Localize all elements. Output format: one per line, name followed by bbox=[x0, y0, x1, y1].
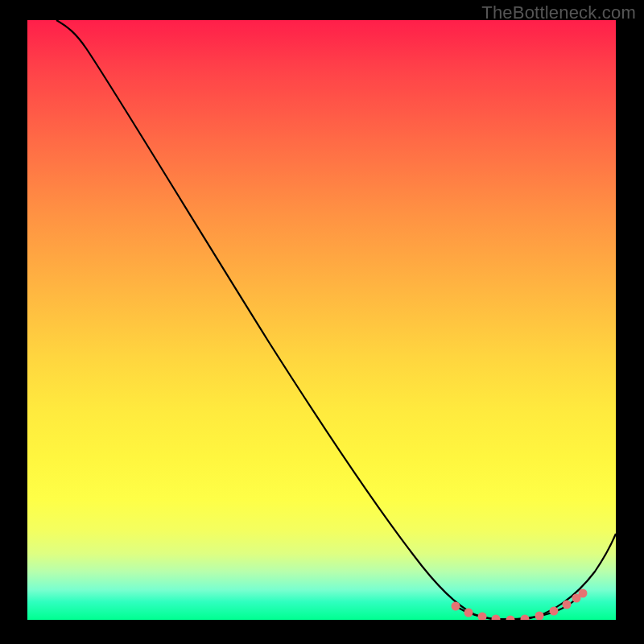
marker-dot bbox=[464, 609, 473, 617]
watermark-text: TheBottleneck.com bbox=[481, 2, 636, 23]
plot-area bbox=[27, 20, 616, 620]
marker-dot bbox=[478, 613, 487, 621]
marker-dot bbox=[452, 602, 460, 611]
marker-dot bbox=[535, 612, 544, 621]
marker-dot bbox=[563, 601, 572, 609]
marker-dot bbox=[550, 607, 559, 616]
chart-frame: TheBottleneck.com bbox=[0, 0, 644, 644]
marker-dot bbox=[521, 615, 530, 621]
chart-svg bbox=[27, 20, 616, 620]
marker-dot bbox=[579, 589, 588, 598]
marker-dot bbox=[492, 615, 501, 621]
marker-dot bbox=[506, 616, 515, 621]
curve-path bbox=[56, 20, 616, 620]
